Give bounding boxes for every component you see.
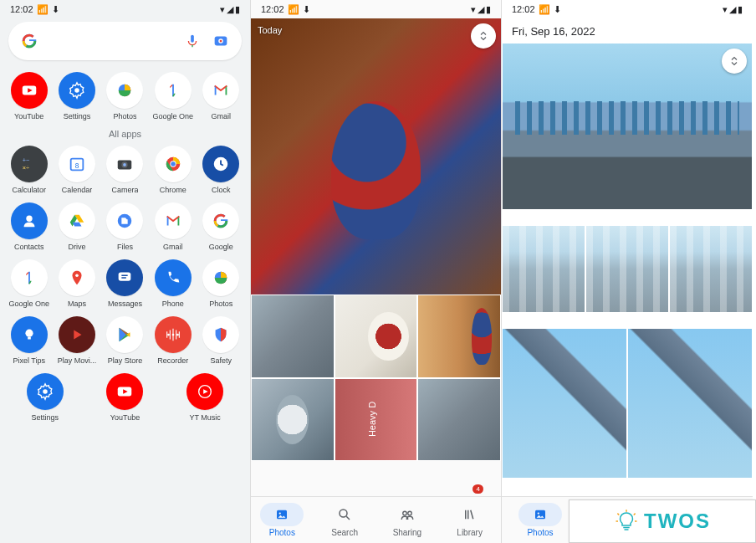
app-photos[interactable]: Photos <box>103 72 146 120</box>
photo-thumb[interactable] <box>502 328 627 479</box>
app-play-movi-[interactable]: Play Movi... <box>55 316 99 365</box>
app-label: YouTube <box>110 413 140 422</box>
app-label: Photos <box>113 112 136 120</box>
app-files[interactable]: Files <box>103 202 146 251</box>
app-label: Maps <box>68 300 86 308</box>
app-recorder[interactable]: Recorder <box>151 316 195 365</box>
photo-thumb[interactable] <box>417 378 501 462</box>
photo-thumb[interactable] <box>335 295 418 378</box>
panel-photos-today: 12:02 📶 ⬇ ▾ ◢ ▮ Today PhotosSearchSharin… <box>251 0 502 543</box>
app-label: Chrome <box>160 186 186 194</box>
app-drive[interactable]: Drive <box>55 202 99 251</box>
photo-thumb[interactable] <box>502 225 585 313</box>
app-pixel-tips[interactable]: Pixel Tips <box>8 316 51 365</box>
photo-thumb[interactable] <box>335 378 418 462</box>
app-settings[interactable]: Settings <box>55 72 99 120</box>
photo-thumb[interactable] <box>251 378 335 462</box>
app-label: Camera <box>111 186 138 194</box>
status-time: 12:02 <box>261 4 284 14</box>
gmail-icon <box>202 72 239 109</box>
safety-icon <box>202 316 239 353</box>
nav-library[interactable]: Library4 <box>448 503 492 537</box>
app-label: Gmail <box>163 243 183 251</box>
app-gmail[interactable]: Gmail <box>151 202 195 251</box>
google-search-bar[interactable] <box>8 22 242 60</box>
battery-icon: ▮ <box>738 4 743 15</box>
files-icon <box>106 202 143 239</box>
calculator-icon <box>11 146 48 182</box>
app-photos[interactable]: Photos <box>199 259 243 308</box>
photo-hero[interactable] <box>502 43 753 210</box>
expand-collapse-button[interactable] <box>722 49 747 74</box>
calendar-icon <box>59 146 95 182</box>
app-label: Play Store <box>108 356 143 365</box>
photo-hero[interactable]: Today <box>251 18 501 295</box>
app-maps[interactable]: Maps <box>55 259 99 308</box>
youtube-icon <box>106 373 143 410</box>
nav-sharing[interactable]: Sharing <box>386 503 429 537</box>
photo-thumb[interactable] <box>251 295 335 378</box>
gear-icon <box>27 373 64 410</box>
status-bar: 12:02 📶 ⬇ ▾ ◢ ▮ <box>502 0 753 18</box>
lens-icon[interactable] <box>212 32 230 50</box>
app-settings[interactable]: Settings <box>23 373 67 422</box>
nav-search[interactable]: Search <box>323 503 366 537</box>
phone-icon <box>155 259 192 296</box>
signal-icon: ◢ <box>227 4 233 15</box>
app-contacts[interactable]: Contacts <box>8 202 51 251</box>
mic-icon[interactable] <box>183 32 202 50</box>
photo-thumb[interactable] <box>627 328 753 479</box>
nav-badge: 4 <box>472 484 483 494</box>
all-apps-header: All apps <box>0 126 250 142</box>
app-label: Photos <box>209 300 232 308</box>
app-label: Recorder <box>157 356 188 365</box>
app-label: Settings <box>32 413 59 422</box>
app-label: Settings <box>64 112 91 120</box>
download-icon: ⬇ <box>303 4 310 15</box>
app-camera[interactable]: Camera <box>103 146 146 194</box>
photo-thumb[interactable] <box>585 225 669 313</box>
app-label: Play Movi... <box>58 356 97 365</box>
app-calculator[interactable]: Calculator <box>8 146 51 194</box>
app-calendar[interactable]: Calendar <box>55 146 99 194</box>
app-yt-music[interactable]: YT Music <box>183 373 227 422</box>
app-youtube[interactable]: YouTube <box>8 72 51 120</box>
camera-icon <box>106 146 143 182</box>
lte-icon: 📶 <box>288 4 299 15</box>
nav-photos[interactable]: Photos <box>260 503 304 537</box>
gmail-icon <box>155 202 192 239</box>
lte-icon: 📶 <box>37 4 49 15</box>
app-label: Calendar <box>62 186 93 194</box>
app-messages[interactable]: Messages <box>103 259 146 308</box>
chrome-icon <box>155 146 192 182</box>
app-clock[interactable]: Clock <box>199 146 243 194</box>
app-youtube[interactable]: YouTube <box>103 373 146 422</box>
expand-collapse-button[interactable] <box>471 23 496 49</box>
app-phone[interactable]: Phone <box>151 259 195 308</box>
download-icon: ⬇ <box>52 4 59 15</box>
app-safety[interactable]: Safety <box>199 316 243 365</box>
playstore-icon <box>106 316 143 353</box>
watermark-text: TWOS <box>644 510 711 533</box>
signal-icon: ◢ <box>478 4 484 15</box>
lte-icon: 📶 <box>539 4 550 15</box>
battery-icon: ▮ <box>235 4 240 15</box>
app-label: Pixel Tips <box>13 356 45 365</box>
youtube-icon <box>11 72 48 109</box>
app-label: YT Music <box>189 413 220 422</box>
photo-thumb[interactable] <box>669 225 753 313</box>
app-google[interactable]: Google <box>199 202 243 251</box>
googleone-icon <box>11 259 48 296</box>
app-play-store[interactable]: Play Store <box>103 316 146 365</box>
app-google-one[interactable]: Google One <box>8 259 51 308</box>
app-label: Clock <box>212 186 231 194</box>
app-chrome[interactable]: Chrome <box>151 146 195 194</box>
photo-thumb[interactable] <box>417 295 501 378</box>
watermark: TWOS <box>569 499 756 543</box>
nav-label: Photos <box>269 528 295 537</box>
app-google-one[interactable]: Google One <box>151 72 195 120</box>
panel-photos-day: 12:02 📶 ⬇ ▾ ◢ ▮ Fri, Sep 16, 2022 Photos <box>502 0 753 543</box>
google-g-icon <box>202 202 239 239</box>
nav-photos[interactable]: Photos <box>518 503 562 537</box>
app-gmail[interactable]: Gmail <box>199 72 243 120</box>
